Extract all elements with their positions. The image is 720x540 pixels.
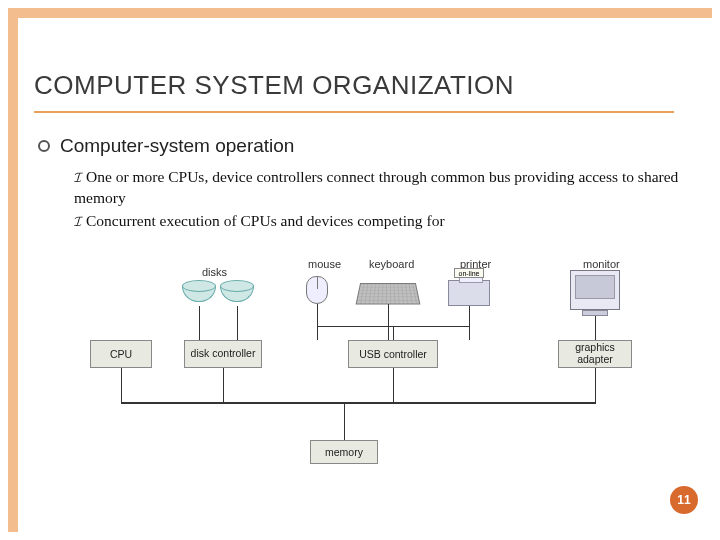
disk-icon	[220, 280, 254, 306]
wire	[469, 306, 470, 340]
box-usb-controller: USB controller	[348, 340, 438, 368]
wire	[595, 316, 596, 340]
system-bus-diagram: disks mouse keyboard printer monitor on-…	[90, 270, 650, 480]
wire	[393, 326, 394, 340]
label-disks: disks	[202, 266, 227, 278]
wire	[237, 306, 238, 340]
wire	[595, 368, 596, 402]
printer-icon	[448, 280, 490, 306]
hollow-circle-icon	[38, 140, 50, 152]
title-underline	[34, 111, 674, 113]
wire	[388, 304, 389, 340]
slide-content: COMPUTER SYSTEM ORGANIZATION Computer-sy…	[34, 70, 700, 234]
script-bullet-icon: 𝓘	[74, 213, 82, 229]
keyboard-icon	[356, 283, 421, 304]
bullet-level2-b: 𝓘Concurrent execution of CPUs and device…	[74, 211, 700, 232]
wire	[223, 368, 224, 402]
wire	[344, 404, 345, 440]
wire	[393, 368, 394, 402]
slide-frame-top	[8, 8, 712, 18]
label-online: on-line	[454, 268, 484, 278]
disk-icon	[182, 280, 216, 306]
bullet-level1: Computer-system operation	[38, 135, 700, 157]
bullet-level2-a-text: One or more CPUs, device controllers con…	[74, 168, 678, 206]
bullet-level2-a: 𝓘One or more CPUs, device controllers co…	[74, 167, 700, 209]
label-mouse: mouse	[308, 258, 341, 270]
monitor-icon	[570, 270, 620, 310]
wire	[317, 304, 318, 340]
box-cpu: CPU	[90, 340, 152, 368]
mouse-icon	[306, 276, 328, 304]
slide-title: COMPUTER SYSTEM ORGANIZATION	[34, 70, 700, 101]
wire	[199, 306, 200, 340]
bullet-level1-text: Computer-system operation	[60, 135, 294, 157]
bullet-level2-b-text: Concurrent execution of CPUs and devices…	[86, 212, 445, 229]
label-keyboard: keyboard	[369, 258, 414, 270]
box-graphics-adapter: graphics adapter	[558, 340, 632, 368]
slide-frame-left	[8, 8, 18, 532]
page-number-badge: 11	[670, 486, 698, 514]
wire	[121, 368, 122, 402]
script-bullet-icon: 𝓘	[74, 169, 82, 185]
label-monitor: monitor	[583, 258, 620, 270]
box-memory: memory	[310, 440, 378, 464]
box-disk-controller: disk controller	[184, 340, 262, 368]
bus-line	[121, 402, 596, 404]
